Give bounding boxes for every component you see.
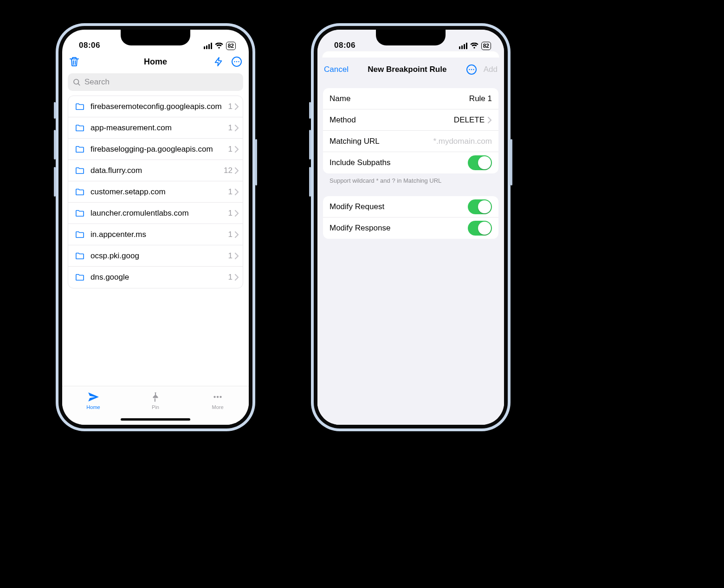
home-indicator[interactable] [121, 418, 190, 421]
folder-icon [75, 273, 85, 281]
search-placeholder: Search [84, 77, 110, 87]
list-item-label: launcher.cromulentlabs.com [90, 209, 226, 218]
page-title: Home [144, 57, 167, 67]
status-time: 08:06 [79, 41, 100, 50]
svg-point-1 [234, 61, 235, 62]
chevron-right-icon [234, 210, 239, 217]
sheet-title: New Breakpoint Rule [368, 65, 446, 74]
row-modify-response: Modify Response [323, 217, 498, 239]
toggle-modify-response[interactable] [468, 221, 492, 236]
list-item-label: ocsp.pki.goog [90, 251, 226, 261]
ellipsis-icon [212, 391, 224, 403]
chevron-right-icon [487, 116, 492, 124]
list-item-label: app-measurement.com [90, 123, 226, 133]
wildcard-note: Support wildcard * and ? in Matching URL [330, 177, 492, 184]
list-item-count: 1 [228, 230, 233, 239]
list-item[interactable]: in.appcenter.ms 1 [68, 224, 243, 245]
add-button[interactable]: Add [484, 65, 498, 74]
toggle-include-subpaths[interactable] [468, 155, 492, 170]
row-matching-url[interactable]: Matching URL *.mydomain.com [323, 131, 498, 152]
form-group-rule: Name Rule 1 Method DELETE Matching URL *… [323, 88, 498, 173]
field-label: Name [330, 94, 469, 103]
field-label: Modify Response [330, 224, 468, 233]
more-options-icon[interactable] [231, 56, 242, 67]
chevron-right-icon [234, 188, 239, 196]
list-item[interactable]: firebaseremoteconfig.googleapis.com 1 [68, 96, 243, 117]
status-time: 08:06 [334, 41, 356, 50]
list-item-label: dns.google [90, 273, 226, 282]
list-item-count: 1 [228, 273, 233, 282]
notch [121, 30, 190, 45]
cellular-icon [204, 43, 212, 49]
battery-icon: 82 [481, 42, 491, 50]
phone-right: 08:06 82 Cancel New Breakpoint Rule Add [311, 23, 511, 431]
screen-home: 08:06 82 Home [62, 30, 249, 425]
form-group-modify: Modify Request Modify Response [323, 196, 498, 239]
toggle-modify-request[interactable] [468, 199, 492, 214]
folder-icon [75, 102, 85, 111]
cancel-button[interactable]: Cancel [324, 65, 349, 74]
row-name[interactable]: Name Rule 1 [323, 88, 498, 109]
list-item-count: 1 [228, 102, 233, 111]
search-input[interactable]: Search [68, 73, 243, 91]
folder-icon [75, 252, 85, 260]
url-placeholder: *.mydomain.com [433, 137, 492, 146]
trash-icon[interactable] [69, 56, 80, 67]
svg-point-5 [213, 396, 215, 398]
name-value: Rule 1 [469, 94, 492, 103]
battery-icon: 82 [226, 42, 236, 50]
chevron-right-icon [234, 124, 239, 132]
list-item[interactable]: firebaselogging-pa.googleapis.com 1 [68, 139, 243, 160]
list-item-count: 1 [228, 123, 233, 133]
screen-breakpoint-rule: 08:06 82 Cancel New Breakpoint Rule Add [317, 30, 504, 425]
tab-more[interactable]: More [187, 386, 249, 425]
list-item[interactable]: ocsp.pki.goog 1 [68, 245, 243, 267]
chevron-right-icon [234, 103, 239, 110]
field-label: Modify Request [330, 202, 468, 211]
svg-point-7 [220, 396, 221, 398]
chevron-right-icon [234, 146, 239, 153]
list-item-label: customer.setapp.com [90, 187, 226, 197]
sheet-nav: Cancel New Breakpoint Rule Add [317, 58, 504, 82]
tab-label: Pin [152, 404, 159, 410]
row-method[interactable]: Method DELETE [323, 109, 498, 131]
folder-icon [75, 124, 85, 132]
svg-point-6 [217, 396, 219, 398]
phone-left: 08:06 82 Home [56, 23, 255, 431]
list-item-count: 1 [228, 187, 233, 197]
bolt-icon[interactable] [213, 57, 224, 67]
list-item[interactable]: launcher.cromulentlabs.com 1 [68, 203, 243, 224]
chevron-right-icon [234, 252, 239, 260]
list-item-count: 12 [224, 166, 233, 175]
svg-point-3 [238, 61, 239, 62]
svg-point-11 [473, 69, 474, 70]
svg-point-2 [236, 61, 237, 62]
chevron-right-icon [234, 274, 239, 281]
search-icon [72, 78, 81, 86]
folder-icon [75, 230, 85, 239]
list-item-count: 1 [228, 251, 233, 261]
field-label: Matching URL [330, 137, 433, 146]
paper-plane-icon [87, 391, 99, 403]
more-options-icon[interactable] [466, 64, 477, 75]
wifi-icon [470, 43, 478, 49]
tab-label: Home [86, 404, 100, 410]
list-item-label: data.flurry.com [90, 166, 222, 175]
field-label: Include Subpaths [330, 158, 468, 167]
folder-icon [75, 209, 85, 217]
wifi-icon [215, 43, 223, 49]
list-item[interactable]: app-measurement.com 1 [68, 117, 243, 139]
chevron-right-icon [234, 167, 239, 174]
folder-icon [75, 145, 85, 153]
method-value: DELETE [454, 115, 485, 125]
folder-icon [75, 188, 85, 196]
list-item[interactable]: dns.google 1 [68, 267, 243, 288]
host-list: firebaseremoteconfig.googleapis.com 1 ap… [68, 96, 243, 288]
svg-point-10 [471, 69, 472, 70]
svg-point-9 [469, 69, 470, 70]
tab-home[interactable]: Home [62, 386, 124, 425]
nav-bar: Home [62, 51, 249, 72]
list-item[interactable]: customer.setapp.com 1 [68, 181, 243, 203]
list-item-label: in.appcenter.ms [90, 230, 226, 239]
list-item[interactable]: data.flurry.com 12 [68, 160, 243, 181]
